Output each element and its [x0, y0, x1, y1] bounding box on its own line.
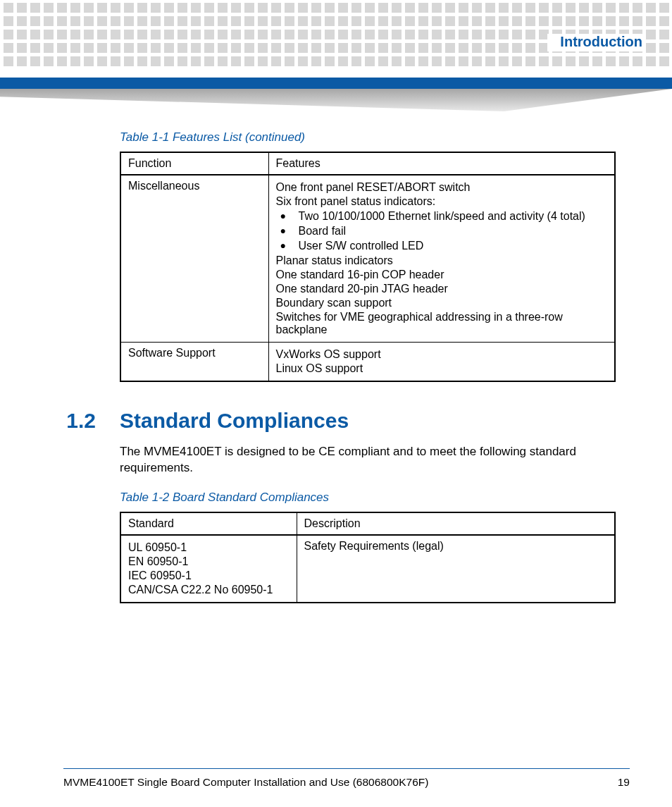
- chapter-title: Introduction: [547, 34, 645, 51]
- compliance-table: Standard Description UL 60950-1EN 60950-…: [120, 512, 616, 603]
- feature-line: One standard 16-pin COP header: [276, 269, 608, 281]
- feature-line: VxWorks OS support: [276, 348, 608, 361]
- feature-line: Planar status indicators: [276, 254, 608, 267]
- standard-line: CAN/CSA C22.2 No 60950-1: [128, 584, 290, 596]
- footer-page-number: 19: [618, 776, 630, 789]
- feature-line: Switches for VME geographical addressing…: [276, 311, 608, 336]
- feature-line: Boundary scan support: [276, 297, 608, 309]
- list-item: User S/W controlled LED: [276, 240, 608, 252]
- bullet-list: Two 10/100/1000 Ethernet link/speed and …: [276, 210, 608, 252]
- table-header-row: Standard Description: [120, 512, 615, 535]
- feature-line: Linux OS support: [276, 362, 608, 375]
- page-content: Table 1-1 Features List (continued) Func…: [120, 130, 616, 603]
- features-cell: One front panel RESET/ABORT switchSix fr…: [268, 175, 615, 343]
- description-cell: Safety Requirements (legal): [297, 535, 615, 603]
- standard-line: UL 60950-1: [128, 541, 290, 554]
- standard-cell: UL 60950-1EN 60950-1IEC 60950-1CAN/CSA C…: [120, 535, 297, 603]
- list-item: Board fail: [276, 225, 608, 238]
- standard-line: EN 60950-1: [128, 555, 290, 568]
- function-cell: Miscellaneous: [120, 175, 268, 343]
- section-title: Standard Compliances: [120, 409, 349, 433]
- col-header-features: Features: [268, 152, 615, 175]
- table-row: Software SupportVxWorks OS supportLinux …: [120, 343, 615, 382]
- features-cell: VxWorks OS supportLinux OS support: [268, 343, 615, 382]
- table-row: UL 60950-1EN 60950-1IEC 60950-1CAN/CSA C…: [120, 535, 615, 603]
- page-footer: MVME4100ET Single Board Computer Install…: [63, 768, 630, 789]
- list-item: Two 10/100/1000 Ethernet link/speed and …: [276, 210, 608, 223]
- standard-line: IEC 60950-1: [128, 569, 290, 582]
- function-cell: Software Support: [120, 343, 268, 382]
- table-row: MiscellaneousOne front panel RESET/ABORT…: [120, 175, 615, 343]
- feature-line: Six front panel status indicators:: [276, 195, 608, 208]
- table-1-caption: Table 1-1 Features List (continued): [120, 130, 616, 144]
- header-wedge: [0, 89, 672, 111]
- feature-line: One standard 20-pin JTAG header: [276, 283, 608, 295]
- section-body-text: The MVME4100ET is designed to be CE comp…: [120, 444, 616, 476]
- table-header-row: Function Features: [120, 152, 615, 175]
- col-header-description: Description: [297, 512, 615, 535]
- table-2-caption: Table 1-2 Board Standard Compliances: [120, 491, 616, 505]
- features-table: Function Features MiscellaneousOne front…: [120, 152, 616, 382]
- header-blue-bar: [0, 78, 672, 89]
- feature-line: One front panel RESET/ABORT switch: [276, 181, 608, 194]
- col-header-function: Function: [120, 152, 268, 175]
- section-heading: 1.2 Standard Compliances: [120, 409, 616, 433]
- col-header-standard: Standard: [120, 512, 297, 535]
- section-number: 1.2: [65, 409, 96, 433]
- footer-doc-title: MVME4100ET Single Board Computer Install…: [63, 776, 428, 789]
